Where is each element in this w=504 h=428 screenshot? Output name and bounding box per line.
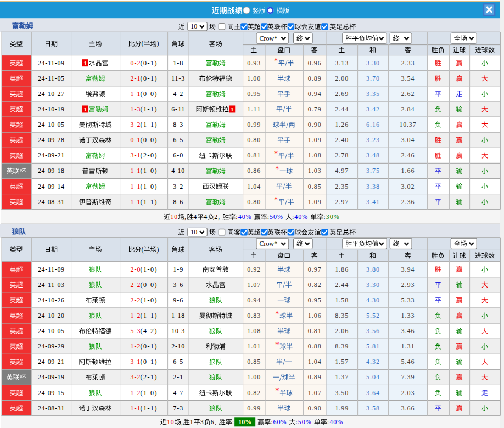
svg-text:1.66: 1.66 xyxy=(401,167,414,174)
svg-text:1.11: 1.11 xyxy=(247,105,260,113)
svg-text:4-10: 4-10 xyxy=(171,167,184,174)
svg-text:3.50: 3.50 xyxy=(335,389,348,397)
svg-text:3.94: 3.94 xyxy=(401,266,414,273)
svg-text:2.36: 2.36 xyxy=(401,198,414,206)
svg-text:1-2: 1-2 xyxy=(130,312,140,319)
svg-text:10-3: 10-3 xyxy=(171,327,184,335)
svg-text:1: 1 xyxy=(190,418,194,426)
svg-text:(: ( xyxy=(142,40,144,47)
svg-text:0.80: 0.80 xyxy=(247,136,260,144)
svg-text:2-10: 2-10 xyxy=(171,342,184,350)
svg-text:24-09-21: 24-09-21 xyxy=(38,151,64,159)
svg-text:3.48: 3.48 xyxy=(366,151,379,159)
svg-text:2.46: 2.46 xyxy=(401,151,414,159)
svg-text:10: 10 xyxy=(167,418,175,426)
svg-text:5.46: 5.46 xyxy=(401,358,414,365)
svg-text:1-2: 1-2 xyxy=(130,342,140,350)
svg-text:3.38: 3.38 xyxy=(366,183,379,190)
svg-text:8.39: 8.39 xyxy=(335,342,348,350)
svg-text:2.44: 2.44 xyxy=(335,105,348,113)
svg-text:3.23: 3.23 xyxy=(366,136,379,144)
svg-text:1.86: 1.86 xyxy=(335,266,348,273)
svg-text:2.33: 2.33 xyxy=(401,59,414,67)
svg-text:3.42: 3.42 xyxy=(366,105,379,113)
svg-text:3-1: 3-1 xyxy=(130,358,140,365)
svg-text:1-8: 1-8 xyxy=(173,59,183,67)
svg-text:0.86: 0.86 xyxy=(247,167,260,174)
svg-text:1-1: 1-1 xyxy=(130,183,140,190)
svg-text:0.83: 0.83 xyxy=(247,312,260,319)
svg-text:0.97: 0.97 xyxy=(308,266,321,273)
svg-text:3.30: 3.30 xyxy=(366,281,379,289)
svg-text:5.33: 5.33 xyxy=(401,296,414,304)
svg-text:1: 1 xyxy=(83,60,87,66)
svg-text:3.75: 3.75 xyxy=(366,167,379,174)
svg-text:): ) xyxy=(157,40,159,47)
svg-text:1: 1 xyxy=(231,106,234,112)
svg-text:3.35: 3.35 xyxy=(366,90,379,98)
svg-text:0.94: 0.94 xyxy=(247,296,260,304)
svg-text:1.04: 1.04 xyxy=(308,358,321,365)
svg-text:1.07: 1.07 xyxy=(247,281,260,289)
svg-text:2-2: 2-2 xyxy=(130,281,140,289)
svg-text:1.07: 1.07 xyxy=(308,389,321,397)
svg-text:1.09: 1.09 xyxy=(308,198,321,206)
svg-text:3.02: 3.02 xyxy=(401,183,414,190)
svg-text:40%: 40% xyxy=(238,213,252,221)
svg-text:0-2: 0-2 xyxy=(130,59,140,67)
svg-text:11-3: 11-3 xyxy=(171,75,184,82)
svg-text:0.81: 0.81 xyxy=(308,327,321,335)
svg-text:*: * xyxy=(275,386,279,395)
svg-text:24-10-26: 24-10-26 xyxy=(38,296,64,304)
svg-text:2.03: 2.03 xyxy=(401,389,414,397)
svg-text:4-2: 4-2 xyxy=(173,90,183,98)
svg-text:10: 10 xyxy=(191,228,197,236)
svg-text:40%: 40% xyxy=(329,418,343,426)
svg-text:2.97: 2.97 xyxy=(335,198,348,206)
svg-text:3-2: 3-2 xyxy=(130,121,140,128)
svg-text:24-08-31: 24-08-31 xyxy=(38,198,64,206)
svg-text:1-3: 1-3 xyxy=(130,105,140,113)
svg-text:24-10-19: 24-10-19 xyxy=(38,105,64,113)
svg-text:0.79: 0.79 xyxy=(308,105,321,113)
svg-text:24-11-09: 24-11-09 xyxy=(38,266,64,273)
svg-text:10.37: 10.37 xyxy=(399,121,416,128)
svg-text:24-11-05: 24-11-05 xyxy=(38,75,64,82)
svg-text:Crow*: Crow* xyxy=(260,240,278,247)
svg-text:1.99: 1.99 xyxy=(335,404,348,412)
svg-text:30%: 30% xyxy=(326,213,340,221)
svg-text:3.30: 3.30 xyxy=(366,59,379,67)
svg-text:3.80: 3.80 xyxy=(366,266,379,273)
svg-text:1-1: 1-1 xyxy=(130,404,140,412)
svg-text:2.00: 2.00 xyxy=(335,75,348,82)
svg-text:1.00: 1.00 xyxy=(247,75,260,82)
svg-text:2.69: 2.69 xyxy=(335,90,348,98)
svg-text:2.06: 2.06 xyxy=(335,327,348,335)
svg-text:3.58: 3.58 xyxy=(366,404,379,412)
svg-text:3-1: 3-1 xyxy=(130,151,140,159)
svg-text:*: * xyxy=(275,165,279,173)
svg-text:40%: 40% xyxy=(294,213,308,221)
svg-text:2.40: 2.40 xyxy=(335,136,348,144)
svg-text:1.04: 1.04 xyxy=(247,183,260,190)
svg-text:1.58: 1.58 xyxy=(335,296,348,304)
svg-text:24-10-05: 24-10-05 xyxy=(38,121,64,128)
svg-text:0.85: 0.85 xyxy=(247,358,260,365)
svg-text:2.62: 2.62 xyxy=(401,90,414,98)
svg-text:0.80: 0.80 xyxy=(247,198,260,206)
svg-text:4: 4 xyxy=(204,213,208,221)
svg-text:0.89: 0.89 xyxy=(308,75,321,82)
svg-text:0.96: 0.96 xyxy=(308,59,321,67)
svg-text:6.16: 6.16 xyxy=(366,121,379,128)
svg-text:5.81: 5.81 xyxy=(366,342,379,350)
svg-text:1-1: 1-1 xyxy=(130,167,140,174)
svg-text:4.32: 4.32 xyxy=(366,358,379,365)
svg-text:24-09-28: 24-09-28 xyxy=(38,136,64,144)
svg-text:0.92: 0.92 xyxy=(247,266,260,273)
svg-text:0.82: 0.82 xyxy=(308,281,321,289)
svg-text:1.03: 1.03 xyxy=(308,167,321,174)
svg-text:0.85: 0.85 xyxy=(308,183,321,190)
svg-text:1-1: 1-1 xyxy=(130,90,140,98)
svg-text:9-6: 9-6 xyxy=(173,296,183,304)
svg-text:6-5: 6-5 xyxy=(173,358,183,365)
